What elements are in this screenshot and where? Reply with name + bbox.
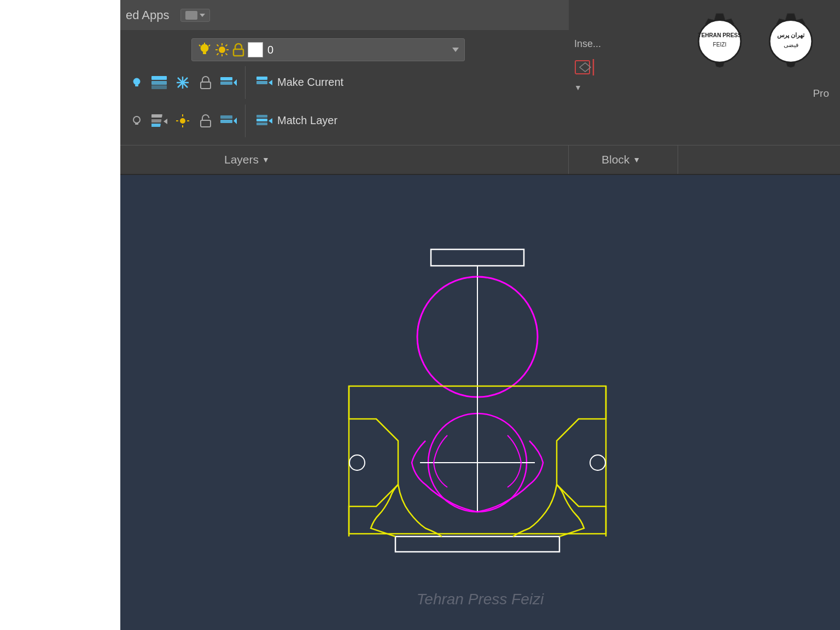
svg-line-10 [217, 45, 219, 46]
svg-rect-69 [395, 536, 559, 552]
main-area: ed Apps [120, 0, 840, 630]
logo2: تهران پرس فیضی [758, 11, 824, 77]
svg-rect-16 [135, 85, 138, 86]
lock-small-icon [200, 75, 212, 90]
sun-freeze-icon [176, 114, 190, 128]
app-switcher-button[interactable] [180, 9, 210, 22]
sun-freeze-button[interactable] [173, 111, 192, 131]
svg-rect-44 [220, 115, 232, 119]
freeze-button[interactable] [173, 73, 192, 92]
layers-stack-icon [151, 76, 168, 89]
layer-visibility-button[interactable] [127, 73, 147, 92]
section-labels-row: Layers ▼ Block ▼ [120, 145, 840, 175]
block-section-icons: Inse... ▼ [569, 33, 678, 145]
layer-match-icon-btn[interactable] [219, 111, 238, 131]
app-icon [185, 11, 197, 20]
block-section-label[interactable]: Block ▼ [602, 153, 640, 166]
svg-rect-17 [151, 76, 167, 80]
svg-rect-43 [201, 120, 211, 127]
pro-label: Pro [813, 88, 829, 99]
lock-icon [232, 43, 244, 57]
svg-text:FEIZI: FEIZI [713, 42, 727, 48]
svg-rect-45 [220, 120, 232, 123]
insert-label: Inse... [574, 38, 601, 50]
block-arrow: ▼ [633, 155, 640, 164]
match-layer-icon [256, 114, 273, 128]
toolbar: ed Apps [120, 0, 840, 175]
bulb-off-icon [130, 114, 144, 128]
svg-rect-1 [203, 52, 206, 54]
make-current-button[interactable]: Make Current [252, 73, 348, 92]
block-insert-icon [574, 56, 596, 78]
svg-rect-19 [151, 85, 167, 89]
svg-line-12 [226, 45, 228, 46]
layers-label: Layers [224, 153, 259, 166]
svg-rect-27 [220, 81, 232, 85]
app-bar-title: ed Apps [126, 8, 170, 22]
divider1 [245, 66, 246, 99]
svg-marker-31 [269, 80, 272, 85]
layers-section-label[interactable]: Layers ▼ [120, 153, 270, 166]
bulb-icon [197, 43, 212, 57]
match-layer-button[interactable]: Match Layer [252, 112, 342, 130]
svg-text:فیضی: فیضی [784, 42, 798, 48]
layer-walk-button[interactable] [150, 111, 170, 131]
svg-rect-48 [256, 119, 267, 121]
svg-rect-25 [201, 82, 211, 89]
layer-dropdown[interactable]: 0 [191, 38, 465, 61]
svg-marker-46 [234, 118, 237, 124]
svg-point-64 [349, 455, 365, 470]
svg-point-15 [133, 78, 140, 85]
svg-point-5 [219, 46, 225, 53]
svg-marker-37 [164, 119, 167, 124]
svg-rect-34 [151, 114, 162, 118]
lock-button[interactable] [196, 73, 215, 92]
svg-marker-50 [269, 118, 272, 124]
svg-point-32 [133, 116, 140, 123]
layer-match-icon [220, 114, 237, 128]
svg-rect-18 [151, 81, 167, 85]
svg-text:TEHRAN PRESS: TEHRAN PRESS [698, 32, 742, 38]
svg-text:تهران پرس: تهران پرس [777, 32, 805, 39]
insert-dropdown-arrow[interactable]: ▼ [574, 83, 582, 92]
canvas-area: Tehran Press Feizi [120, 175, 840, 630]
layer-value: 0 [267, 44, 273, 56]
svg-line-4 [209, 45, 211, 46]
layer-off-button[interactable] [127, 111, 147, 131]
layer-walk-icon [151, 114, 168, 127]
left-panel [0, 0, 120, 630]
svg-rect-49 [256, 122, 267, 125]
svg-marker-28 [234, 79, 237, 86]
svg-point-38 [180, 118, 185, 124]
layer-transfer-button[interactable] [219, 73, 238, 92]
svg-rect-14 [234, 49, 243, 56]
ribbon-row2: Match Layer [120, 103, 569, 138]
layer-dropdown-arrow [452, 48, 459, 52]
svg-rect-51 [575, 61, 590, 74]
svg-rect-30 [256, 81, 267, 84]
pro-area: Pro [813, 88, 829, 100]
make-current-icon [256, 75, 273, 90]
svg-line-3 [199, 45, 201, 46]
block-insert-button[interactable] [574, 56, 596, 78]
block-label: Block [602, 153, 629, 166]
unlock-button[interactable] [196, 111, 215, 131]
svg-point-65 [590, 455, 605, 470]
svg-rect-26 [220, 77, 232, 80]
svg-rect-36 [151, 124, 161, 127]
divider2 [245, 104, 246, 137]
svg-rect-35 [151, 119, 161, 122]
watermark: Tehran Press Feizi [417, 591, 544, 608]
logos-container: TEHRAN PRESS FEIZI تهران پرس فیضی [687, 11, 824, 77]
svg-line-11 [226, 54, 228, 55]
layer-transfer-icon [220, 75, 237, 90]
chevron-down-icon [200, 14, 205, 17]
layer-stack-button[interactable] [150, 73, 170, 92]
freeze-icon [176, 75, 190, 90]
svg-point-0 [201, 44, 208, 52]
bulb-small-icon [130, 75, 144, 90]
svg-rect-33 [135, 123, 138, 125]
svg-rect-47 [256, 115, 267, 118]
cad-drawing [316, 233, 644, 572]
svg-point-24 [181, 81, 184, 84]
